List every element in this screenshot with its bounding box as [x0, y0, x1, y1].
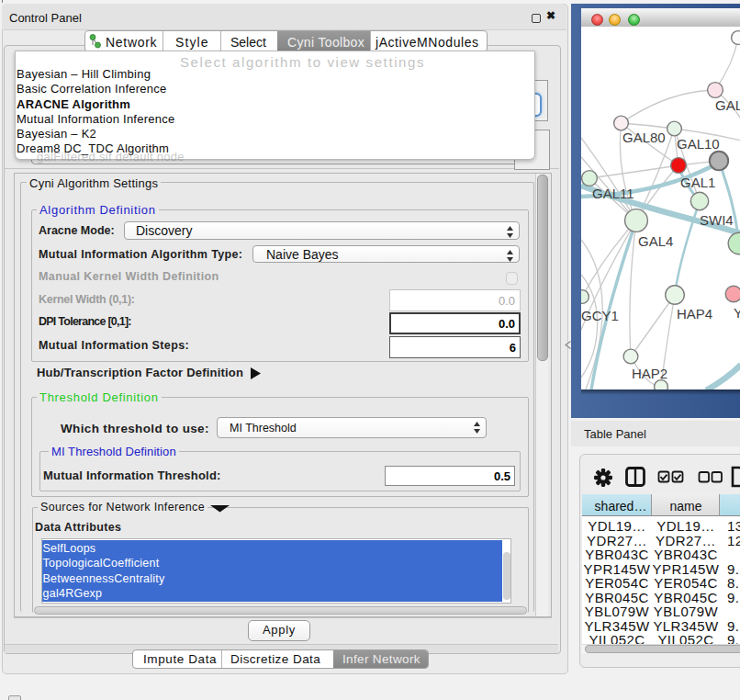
svg-text:GAL1: GAL1: [680, 175, 715, 190]
svg-text:GAL2: GAL2: [715, 97, 740, 113]
svg-text:GCY1: GCY1: [581, 308, 619, 323]
svg-text:GAL10: GAL10: [677, 136, 720, 152]
svg-text:HAP4: HAP4: [677, 306, 712, 322]
svg-text:GAL80: GAL80: [622, 130, 666, 145]
svg-text:GAL11: GAL11: [592, 186, 634, 201]
svg-text:Y: Y: [734, 305, 740, 321]
svg-text:GAL4: GAL4: [638, 233, 673, 249]
svg-text:SWI4: SWI4: [700, 212, 734, 228]
svg-text:HAP2: HAP2: [632, 366, 667, 381]
